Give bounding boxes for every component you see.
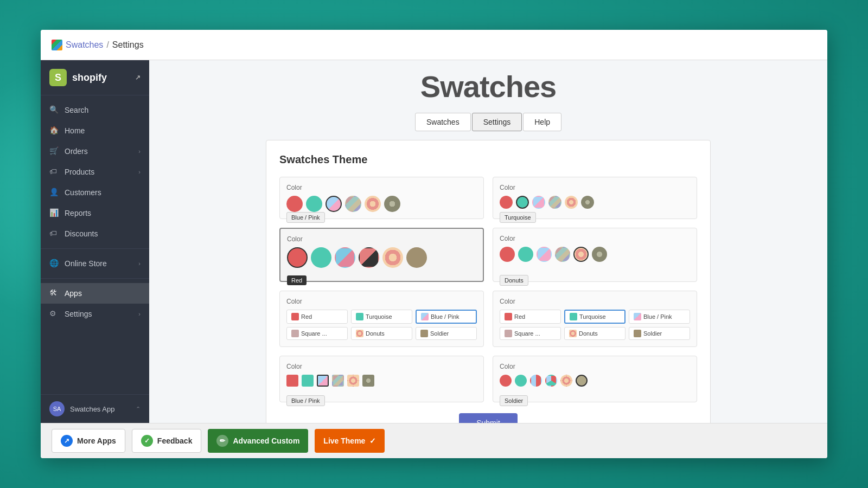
swatch-item-bluepink-2[interactable] — [532, 196, 545, 209]
swatch-item-soldier-8[interactable] — [576, 375, 588, 387]
color-dot — [356, 330, 363, 337]
swatch-item-red-1[interactable] — [286, 196, 303, 212]
swatch-item-soldier-4[interactable] — [592, 247, 607, 262]
swatch-item-pie-8[interactable] — [530, 375, 542, 387]
color-dot — [570, 313, 577, 320]
swatch-tooltip-8: Soldier — [500, 395, 528, 406]
rect-bluepink-5[interactable]: Blue / Pink — [416, 310, 477, 324]
swatch-item-donuts-8[interactable] — [560, 375, 572, 387]
swatch-card-3: Color Red — [279, 228, 484, 282]
color-dot — [291, 313, 299, 320]
rect-donuts-6[interactable]: Donuts — [564, 327, 626, 340]
swatch-item-teal-1[interactable] — [306, 196, 322, 212]
swatch-item-red-2[interactable] — [500, 196, 513, 209]
rect-label: Blue / Pink — [643, 313, 672, 320]
theme-section-title: Swatches Theme — [279, 153, 697, 166]
swatch-item-square-7[interactable] — [332, 375, 344, 387]
swatch-item-red-4[interactable] — [500, 247, 515, 262]
home-icon: 🏠 — [49, 126, 59, 136]
advanced-custom-button[interactable]: ✏ Advanced Custom — [208, 429, 308, 453]
breadcrumb-separator: / — [106, 40, 108, 50]
swatch-label-3: Color — [287, 235, 476, 243]
sidebar-item-home[interactable]: 🏠 Home — [41, 120, 149, 141]
swatch-item-bluepink-3[interactable] — [335, 247, 355, 268]
rect-teal-5[interactable]: Turquoise — [351, 310, 412, 324]
swatch-item-square-1[interactable] — [345, 196, 361, 212]
rect-label: Soldier — [430, 330, 449, 337]
swatch-item-split-3[interactable] — [359, 247, 379, 268]
rect-red-6[interactable]: Red — [500, 310, 561, 324]
swatch-label-5: Color — [286, 298, 477, 305]
collapse-icon[interactable]: ⌃ — [136, 406, 141, 413]
swatch-item-square-4[interactable] — [555, 247, 570, 262]
swatch-item-red-3[interactable] — [287, 247, 308, 268]
color-dot — [569, 330, 577, 337]
color-dot — [505, 330, 512, 337]
swatch-card-5: Color Red Turquoise — [279, 291, 484, 347]
swatch-item-square-2[interactable] — [548, 196, 561, 209]
swatch-label-1: Color — [286, 184, 477, 191]
swatch-item-soldier-3[interactable] — [406, 247, 427, 268]
swatch-item-donuts-3[interactable] — [382, 247, 403, 268]
swatch-card-1: Color Blue / Pink — [279, 177, 484, 219]
submit-button[interactable]: Submit — [459, 413, 518, 423]
swatch-item-bluepink-7[interactable] — [317, 375, 329, 387]
rect-teal-6[interactable]: Turquoise — [564, 310, 626, 324]
breadcrumb-app-link[interactable]: Swatches — [66, 40, 103, 50]
sidebar-item-settings-label: Settings — [65, 310, 92, 318]
swatch-label-6: Color — [500, 298, 690, 305]
swatch-item-donuts-1[interactable] — [365, 196, 381, 212]
swatch-item-teal-7[interactable] — [302, 375, 314, 387]
swatch-item-donuts-4[interactable] — [573, 247, 589, 262]
live-theme-button[interactable]: Live Theme ✓ — [315, 429, 385, 453]
swatch-item-teal-2[interactable] — [516, 196, 529, 209]
swatch-item-teal-8[interactable] — [515, 375, 527, 387]
rect-bluepink-6[interactable]: Blue / Pink — [629, 310, 690, 324]
tab-help[interactable]: Help — [523, 113, 561, 131]
rect-red-5[interactable]: Red — [286, 310, 348, 324]
swatch-circles-2 — [500, 196, 690, 209]
sidebar-item-customers[interactable]: 👤 Customers — [41, 182, 149, 203]
swatch-item-donuts-7[interactable] — [347, 375, 359, 387]
sidebar-item-discounts-label: Discounts — [65, 229, 98, 238]
feedback-button[interactable]: ✓ Feedback — [132, 429, 202, 453]
sidebar-item-orders[interactable]: 🛒 Orders › — [41, 141, 149, 162]
swatch-circles-4 — [500, 247, 690, 262]
sidebar-item-settings[interactable]: ⚙ Settings › — [41, 304, 149, 324]
swatch-item-soldier-1[interactable] — [384, 196, 400, 212]
external-link-icon[interactable]: ↗ — [135, 74, 141, 81]
swatch-item-pie2-8[interactable] — [545, 375, 557, 387]
rect-label: Square ... — [514, 330, 540, 337]
swatch-label-4: Color — [500, 235, 690, 242]
swatch-item-donuts-2[interactable] — [565, 196, 578, 209]
sidebar-app-name: Swatches App — [70, 405, 114, 413]
swatch-item-red-7[interactable] — [286, 375, 298, 387]
swatch-item-red-8[interactable] — [500, 375, 512, 387]
sidebar-item-online-store[interactable]: 🌐 Online Store › — [41, 253, 149, 274]
swatch-item-soldier-2[interactable] — [581, 196, 594, 209]
tab-swatches[interactable]: Swatches — [415, 113, 471, 131]
sidebar-item-apps[interactable]: 🛠 Apps — [41, 283, 149, 304]
swatch-item-bluepink-4[interactable] — [537, 247, 552, 262]
rect-label: Red — [301, 313, 312, 320]
sidebar-item-reports[interactable]: 📊 Reports — [41, 203, 149, 223]
sidebar-item-products[interactable]: 🏷 Products › — [41, 162, 149, 182]
rect-square-5[interactable]: Square ... — [286, 327, 348, 340]
more-apps-icon: ↗ — [61, 435, 73, 447]
swatch-item-bluepink-1[interactable] — [326, 196, 342, 212]
sidebar-item-discounts[interactable]: 🏷 Discounts — [41, 223, 149, 244]
rect-soldier-6[interactable]: Soldier — [629, 327, 690, 340]
sidebar-item-apps-label: Apps — [65, 289, 82, 298]
tab-settings[interactable]: Settings — [472, 113, 522, 131]
sidebar-bottom-app[interactable]: SA Swatches App ⌃ — [41, 394, 149, 423]
rect-square-6[interactable]: Square ... — [500, 327, 561, 340]
rect-donuts-5[interactable]: Donuts — [351, 327, 412, 340]
swatch-item-teal-4[interactable] — [518, 247, 533, 262]
search-icon: 🔍 — [49, 105, 59, 115]
more-apps-button[interactable]: ↗ More Apps — [52, 429, 125, 453]
swatch-circles-8 — [500, 375, 690, 387]
sidebar-item-search[interactable]: 🔍 Search — [41, 100, 149, 120]
swatch-item-soldier-7[interactable] — [362, 375, 374, 387]
swatch-item-teal-3[interactable] — [311, 247, 331, 268]
rect-soldier-5[interactable]: Soldier — [416, 327, 477, 340]
